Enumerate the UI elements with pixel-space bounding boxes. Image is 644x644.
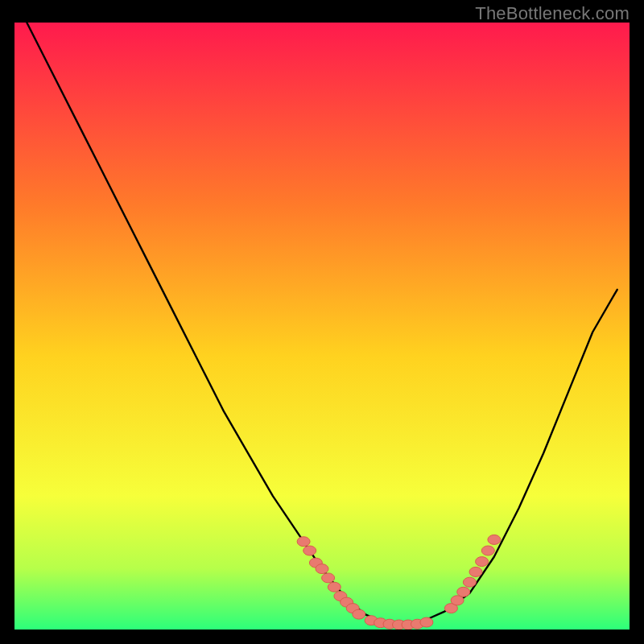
data-dot <box>488 535 501 544</box>
watermark-text: TheBottleneck.com <box>475 3 630 24</box>
data-dot <box>322 573 335 583</box>
data-dot <box>353 609 365 619</box>
chart-frame <box>14 23 630 630</box>
data-dot <box>420 617 433 627</box>
data-dot <box>481 546 494 555</box>
data-dot <box>457 587 470 597</box>
data-dot <box>303 546 316 555</box>
data-dot <box>297 537 310 547</box>
data-dot <box>469 567 482 576</box>
gradient-bg <box>14 23 630 630</box>
data-dot <box>476 557 489 567</box>
data-dot <box>463 577 476 587</box>
data-dot <box>328 582 341 592</box>
data-dot <box>316 564 328 574</box>
bottleneck-chart <box>14 23 630 630</box>
